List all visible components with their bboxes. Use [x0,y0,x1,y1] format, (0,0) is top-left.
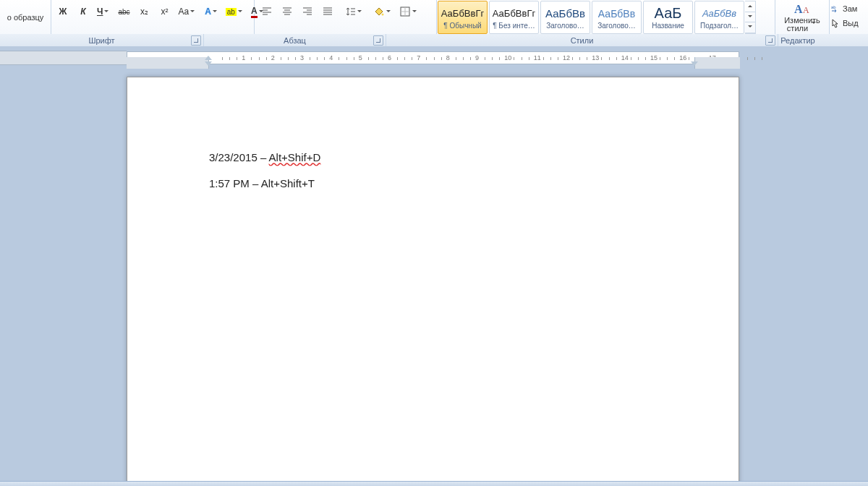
ruler-tick [229,57,230,60]
style-Заголово2[interactable]: АаБбВвЗаголово… [592,1,642,34]
ruler-number: 9 [475,54,479,61]
underline-button[interactable]: Ч [94,2,113,21]
style-label: Подзагол… [700,22,739,30]
ruler-tick [295,57,296,60]
ruler-number: 16 [679,54,686,61]
ruler-number: 15 [650,54,658,61]
align-left-icon [261,6,273,17]
replace-button[interactable]: ab Зам [830,1,867,16]
ruler-tick [579,57,580,60]
ruler-tick [638,57,639,60]
change-styles-icon: AA [792,2,812,17]
highlight-label: ab [226,8,237,16]
ruler-right-margin [694,57,740,69]
ruler-tick [251,57,252,60]
effects-label: A [205,7,211,17]
format-painter-label: о образцу [7,13,44,22]
line-spacing-button[interactable] [341,2,366,21]
ruler-tick [375,57,376,60]
document-body[interactable]: 3/23/2015 – Alt+Shif+D 1:57 PM – Alt+Shi… [209,150,694,202]
ruler-tick [572,57,573,60]
change-styles-label2: стили [787,25,817,33]
ruler-tick [499,57,500,60]
style-Название[interactable]: АаБНазвание [643,1,693,34]
ruler-tick [529,57,529,60]
superscript-button[interactable]: x² [155,2,174,21]
ruler-tick [456,57,456,60]
ruler-number: 13 [592,54,599,61]
style-Обычный[interactable]: АаБбВвГг¶ Обычный [438,1,488,34]
paragraph-group: spacer [255,0,437,34]
ruler-number: 5 [359,54,362,61]
hanging-indent[interactable] [205,61,212,69]
change-case-button[interactable]: Aa [175,2,199,21]
ruler-tick [558,57,558,60]
style-Заголово1[interactable]: АаБбВвЗаголово… [540,1,590,34]
borders-button[interactable] [396,2,421,21]
subscript-button[interactable]: x₂ [135,2,153,21]
ruler-tick [237,57,237,60]
ruler-tick [354,57,354,60]
svg-point-0 [382,14,384,16]
styles-label-text: Стили [571,36,594,45]
font-group: Ж К Ч abc x₂ x² Aa A ab A [51,0,255,34]
editing-group-label: Редактир [778,34,817,46]
style-Подзагол[interactable]: АаБбВвПодзагол… [694,1,744,34]
ruler-tick [587,57,587,60]
paragraph-group-label: Абзац [204,34,386,46]
ruler-tick [426,57,427,60]
styles-dialog-launcher[interactable] [765,35,775,46]
strikethrough-button[interactable]: abc [114,2,133,21]
ruler-number: 6 [388,54,391,61]
ruler-tick [492,57,493,60]
ruler-tick [754,57,755,60]
ruler-tick [514,57,514,60]
doc-line1-date: 3/23/2015 – [209,151,269,163]
doc-line-1: 3/23/2015 – Alt+Shif+D [209,150,694,166]
bold-button[interactable]: Ж [54,2,72,21]
style-preview: АаБбВв [545,6,585,22]
style-Без инте[interactable]: АаБбВвГг¶ Без инте… [489,1,539,34]
styles-gallery-expand[interactable] [745,1,756,34]
ruler-tick [412,57,412,60]
svg-text:ab: ab [831,5,836,9]
text-effects-button[interactable]: A [202,2,221,21]
ruler-tick [324,57,325,60]
highlight-button[interactable]: ab [223,2,247,21]
change-styles-button[interactable]: AA Изменить стили [775,0,830,34]
chevron-down-icon [211,9,218,14]
editing-label-text: Редактир [780,36,815,45]
right-indent[interactable] [691,61,698,69]
ruler-tick [470,57,471,60]
font-group-label: Шрифт [0,34,204,46]
font-dialog-launcher[interactable] [191,35,201,46]
shading-button[interactable] [370,2,395,21]
ruler-number: 10 [504,54,511,61]
document-page[interactable]: 3/23/2015 – Alt+Shif+D 1:57 PM – Alt+Shi… [127,77,739,482]
style-label: ¶ Обычный [443,22,481,30]
doc-line-2: 1:57 PM – Alt+Shift+T [209,176,694,192]
horizontal-ruler[interactable]: 1234567891011121314151617 [0,51,868,64]
styles-row-up[interactable] [745,1,755,12]
ruler-tick [222,57,223,60]
paragraph-dialog-launcher[interactable] [373,35,383,46]
styles-more-button[interactable] [745,22,755,33]
ruler-number: 3 [300,54,304,61]
align-left-button[interactable] [258,2,276,21]
first-line-indent[interactable] [205,52,212,60]
align-right-button[interactable] [298,2,317,21]
align-center-button[interactable] [278,2,297,21]
chevron-down-icon [385,9,392,14]
align-justify-button[interactable] [318,2,337,21]
italic-button[interactable]: К [74,2,93,21]
ruler-tick [660,57,660,60]
ruler-tick [667,57,668,60]
ruler-tick [463,57,464,60]
select-button[interactable]: Выд [830,16,867,30]
styles-gallery: АаБбВвГг¶ ОбычныйАаБбВвГг¶ Без инте…АаБб… [437,0,775,34]
styles-row-down[interactable] [745,12,755,23]
editing-group: ab Зам Выд [829,0,868,34]
ruler-tick [550,57,551,60]
styles-group-label: Стили [386,34,778,46]
format-painter-button[interactable]: о образцу [0,0,51,34]
